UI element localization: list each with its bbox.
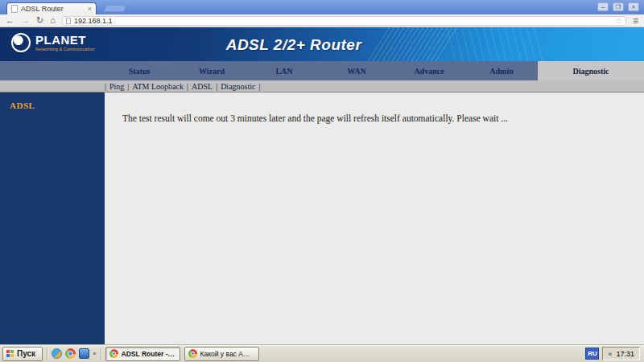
subnav-item-ping[interactable]: Ping [109,82,124,91]
refresh-icon[interactable]: ↻ [36,16,43,25]
chrome-icon [188,349,197,358]
forward-icon[interactable]: → [21,16,30,25]
subnav-item-atm-loopback[interactable]: ATM Loopback [132,82,184,91]
quick-launch: » [52,348,96,359]
address-bar[interactable]: 192.168.1.1 ☆ [62,16,626,26]
browser-tab[interactable]: ADSL Router × [6,2,97,14]
language-indicator[interactable]: RU [585,348,599,360]
home-icon[interactable]: ⌂ [50,16,56,25]
subnav-item-adsl[interactable]: ADSL [192,82,213,91]
nav-item-wan[interactable]: WAN [320,61,393,80]
subnav-separator: | [127,82,129,91]
taskbar-divider [47,348,47,360]
router-subnav: | Ping | ATM Loopback | ADSL | Diagnosti… [0,80,644,93]
tab-close-icon[interactable]: × [88,6,92,13]
task-button-adsl-router[interactable]: ADSL Router - Google... [105,347,180,361]
task-button-label: Какой у вас ADSL моде... [200,350,255,358]
taskbar-divider [101,348,101,360]
sidebar-item-adsl[interactable]: ADSL [0,93,105,110]
windows-flag-icon [6,350,14,357]
router-content: ADSL The test result will come out 3 min… [0,93,644,344]
main-panel: The test result will come out 3 minutes … [105,93,644,344]
start-button-label: Пуск [17,349,35,358]
subnav-separator: | [258,82,260,91]
back-icon[interactable]: ← [6,16,14,25]
nav-item-admin[interactable]: Admin [465,61,538,80]
url-text[interactable]: 192.168.1.1 [74,17,113,25]
nav-item-status[interactable]: Status [103,61,175,80]
nav-item-advance[interactable]: Advance [393,61,465,80]
screen: ADSL Router × – ❐ × ← → ↻ ⌂ 192.168.1.1 … [0,0,644,362]
router-header: PLANET Networking & Communication ADSL 2… [0,27,644,61]
router-nav-main: Status Wizard LAN WAN Advance Admin [0,61,538,80]
test-status-message: The test result will come out 3 minutes … [122,113,644,123]
subnav-separator: | [187,82,188,91]
subnav-separator: | [105,82,106,91]
clock: 17:31 [616,350,634,358]
taskbar: Пуск » ADSL Router - Google... Какой у в… [0,344,644,362]
subnav-item-diagnostic[interactable]: Diagnostic [221,82,255,91]
window-restore-button[interactable]: ❐ [613,2,624,11]
messenger-icon[interactable] [52,348,62,359]
nav-item-diagnostic-active[interactable]: Diagnostic [538,61,644,80]
tray-expand-chevron-icon[interactable]: « [608,350,612,358]
sidebar: ADSL [0,93,105,344]
url-page-icon [66,18,71,24]
tray-clock-area: « 17:31 [602,347,640,360]
quick-launch-overflow-icon[interactable]: » [93,350,96,357]
nav-item-wizard[interactable]: Wizard [175,61,248,80]
subnav-separator: | [216,82,217,91]
chrome-menu-icon[interactable]: ≡ [633,15,638,27]
page-title: ADSL 2/2+ Router [0,36,588,54]
new-tab-button[interactable] [103,5,128,12]
browser-titlebar: ADSL Router × – ❐ × [0,0,644,14]
app-window-icon[interactable] [79,348,89,359]
tab-title: ADSL Router [21,5,85,13]
system-tray: RU « 17:31 [585,347,642,360]
window-minimize-button[interactable]: – [597,2,609,11]
chrome-icon[interactable] [65,348,76,359]
window-close-button[interactable]: × [628,2,639,11]
chrome-icon [109,349,118,358]
bookmark-star-icon[interactable]: ☆ [615,16,622,25]
task-button-label: ADSL Router - Google... [122,350,176,358]
task-button-adsl-modem[interactable]: Какой у вас ADSL моде... [184,347,259,361]
tab-favicon-page-icon [11,5,18,13]
start-button[interactable]: Пуск [2,347,43,361]
browser-toolbar: ← → ↻ ⌂ 192.168.1.1 ☆ ≡ [0,14,644,27]
nav-item-lan[interactable]: LAN [248,61,320,80]
window-controls: – ❐ × [597,2,639,11]
router-nav: Status Wizard LAN WAN Advance Admin Diag… [0,61,644,80]
